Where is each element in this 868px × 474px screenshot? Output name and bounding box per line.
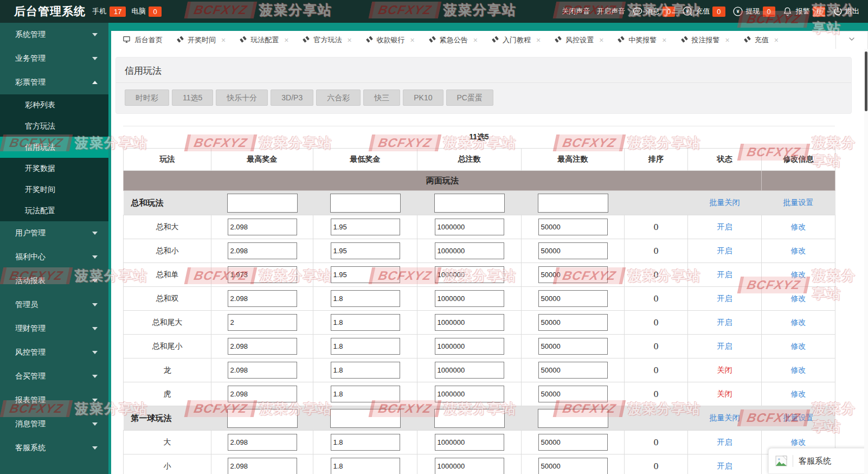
tab-item[interactable]: 收款银行× [359, 31, 422, 49]
tab-item[interactable]: 风控设置× [548, 31, 610, 49]
batch-max-odds-input[interactable] [227, 194, 298, 213]
modify-link[interactable]: 修改 [791, 438, 806, 446]
sidebar-item[interactable]: 理财管理 [0, 317, 108, 341]
scrollbar-thumb[interactable] [865, 52, 867, 111]
total-bets-input[interactable] [435, 338, 504, 355]
header-item-报警[interactable]: 报警0 [782, 6, 825, 17]
sidebar-item[interactable]: 用户管理 [0, 221, 108, 245]
sidebar-item[interactable]: 消息管理 [0, 412, 108, 436]
sidebar-item[interactable]: 福利中心 [0, 245, 108, 269]
tab-item[interactable]: 入门教程× [485, 31, 548, 49]
status-toggle-link[interactable]: 开启 [717, 438, 732, 446]
game-button[interactable]: PC蛋蛋 [446, 89, 493, 106]
status-toggle-link[interactable]: 开启 [717, 342, 732, 350]
sidebar-subitem[interactable]: 彩种列表 [0, 94, 108, 116]
max-bets-input[interactable] [538, 266, 608, 283]
tab-item[interactable]: 官方玩法× [295, 31, 358, 49]
max-bets-input[interactable] [538, 362, 608, 379]
total-bets-input[interactable] [435, 386, 504, 402]
batch-total-bets-input[interactable] [434, 194, 505, 213]
sidebar-item[interactable]: 管理员 [0, 293, 108, 317]
tab-close-icon[interactable]: × [473, 36, 478, 44]
total-bets-input[interactable] [435, 314, 504, 331]
sidebar-item[interactable]: 彩票管理 [0, 71, 108, 94]
vertical-scrollbar[interactable] [864, 49, 868, 474]
tab-overflow-button[interactable] [835, 31, 868, 49]
status-toggle-link[interactable]: 关闭 [717, 366, 732, 374]
sidebar-subitem[interactable]: 开奖时间 [0, 179, 108, 200]
min-odds-input[interactable] [331, 290, 400, 307]
tab-item[interactable]: 投注报警× [674, 31, 737, 49]
sidebar-item[interactable]: 合买管理 [0, 364, 108, 388]
modify-link[interactable]: 修改 [791, 342, 806, 350]
max-odds-input[interactable] [228, 434, 297, 451]
tab-close-icon[interactable]: × [662, 36, 666, 44]
game-button[interactable]: 3D/P3 [271, 89, 313, 106]
status-toggle-link[interactable]: 开启 [717, 270, 732, 279]
min-odds-input[interactable] [331, 219, 400, 235]
min-odds-input[interactable] [331, 458, 400, 474]
status-toggle-link[interactable]: 开启 [717, 222, 732, 231]
tab-close-icon[interactable]: × [221, 36, 226, 44]
min-odds-input[interactable] [331, 386, 400, 402]
tab-item[interactable]: 玩法配置× [233, 31, 295, 49]
batch-close-link[interactable]: 批量关闭 [710, 198, 740, 207]
batch-total-bets-input[interactable] [434, 409, 505, 428]
min-odds-input[interactable] [331, 242, 400, 259]
batch-min-odds-input[interactable] [330, 194, 401, 213]
max-odds-input[interactable] [228, 386, 297, 402]
modify-link[interactable]: 修改 [791, 270, 806, 279]
sidebar-item[interactable]: 客服系统 [0, 436, 108, 460]
max-bets-input[interactable] [538, 219, 608, 235]
sidebar-subitem[interactable]: 开奖数据 [0, 158, 108, 179]
max-bets-input[interactable] [538, 458, 608, 474]
min-odds-input[interactable] [331, 314, 400, 331]
tab-close-icon[interactable]: × [410, 36, 415, 44]
max-odds-input[interactable] [228, 338, 297, 355]
max-odds-input[interactable] [228, 242, 297, 259]
game-button[interactable]: PK10 [403, 89, 443, 106]
batch-set-link[interactable]: 批量设置 [783, 413, 814, 422]
max-odds-input[interactable] [228, 290, 297, 307]
tab-item[interactable]: 开奖时间× [170, 31, 233, 49]
status-toggle-link[interactable]: 开启 [717, 318, 732, 326]
max-odds-input[interactable] [228, 314, 297, 331]
status-toggle-link[interactable]: 开启 [717, 294, 732, 303]
total-bets-input[interactable] [435, 362, 504, 379]
tab-close-icon[interactable]: × [725, 36, 730, 44]
modify-link[interactable]: 修改 [791, 222, 806, 231]
batch-set-link[interactable]: 批量设置 [783, 198, 814, 207]
modify-link[interactable]: 修改 [791, 318, 806, 326]
sidebar-item[interactable]: 系统管理 [0, 23, 108, 47]
tab-close-icon[interactable]: × [599, 36, 603, 44]
game-button[interactable]: 快三 [363, 89, 400, 106]
modify-link[interactable]: 修改 [791, 366, 806, 374]
max-odds-input[interactable] [228, 458, 297, 474]
batch-max-bets-input[interactable] [538, 194, 608, 213]
min-odds-input[interactable] [331, 338, 400, 355]
total-bets-input[interactable] [435, 242, 504, 259]
sound-off-link[interactable]: 关闭声音 [562, 7, 590, 16]
sidebar-subitem[interactable]: 玩法配置 [0, 200, 108, 221]
max-bets-input[interactable] [538, 338, 608, 355]
header-item-提现[interactable]: ¥提现0 [732, 6, 775, 17]
sidebar-subitem[interactable]: 信用玩法 [0, 137, 108, 158]
sound-on-link[interactable]: 开启声音 [597, 7, 625, 16]
max-bets-input[interactable] [538, 242, 608, 259]
sidebar-subitem[interactable]: 官方玩法 [0, 116, 108, 137]
customer-service-widget[interactable]: 客服系统 [768, 448, 868, 474]
sidebar-item[interactable]: 风控管理 [0, 341, 108, 364]
max-odds-input[interactable] [228, 362, 297, 379]
tab-close-icon[interactable]: × [284, 36, 288, 44]
game-button[interactable]: 11选5 [172, 89, 213, 106]
min-odds-input[interactable] [331, 434, 400, 451]
batch-min-odds-input[interactable] [330, 409, 401, 428]
min-odds-input[interactable] [331, 362, 400, 379]
modify-link[interactable]: 修改 [791, 294, 806, 303]
total-bets-input[interactable] [435, 266, 504, 283]
header-item-充值[interactable]: ¥+充值0 [682, 6, 725, 17]
game-button[interactable]: 六合彩 [316, 89, 361, 106]
game-button[interactable]: 快乐十分 [216, 89, 268, 106]
tab-home[interactable]: 后台首页 [115, 31, 170, 49]
game-button[interactable]: 时时彩 [125, 89, 169, 106]
